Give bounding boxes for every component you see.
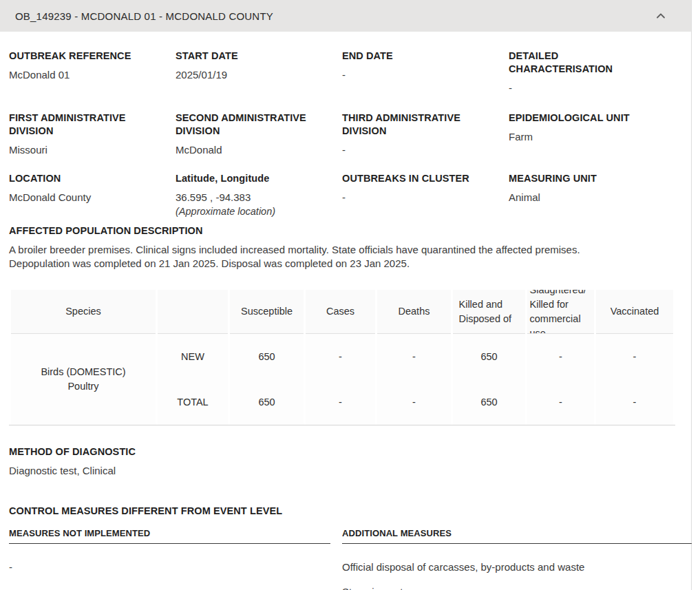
control-measures-section: CONTROL MEASURES DIFFERENT FROM EVENT LE…	[9, 504, 691, 590]
field-location: LOCATION McDonald County	[9, 172, 176, 218]
outbreak-accordion-header[interactable]: OB_149239 - MCDONALD 01 - MCDONALD COUNT…	[0, 0, 691, 32]
field-measuring-unit: MEASURING UNIT Animal	[509, 172, 675, 218]
row-type-label: TOTAL	[158, 379, 228, 425]
outbreak-accordion-title: OB_149239 - MCDONALD 01 - MCDONALD COUNT…	[15, 10, 655, 22]
field-epidemiological-unit: EPIDEMIOLOGICAL UNIT Farm	[509, 112, 675, 157]
field-second-admin-division: SECOND ADMINISTRATIVE DIVISION McDonald	[176, 112, 342, 157]
field-value: -	[342, 191, 495, 204]
field-third-admin-division: THIRD ADMINISTRATIVE DIVISION -	[342, 112, 509, 157]
measures-not-implemented-column: MEASURES NOT IMPLEMENTED -	[9, 527, 330, 590]
field-label: OUTBREAKS IN CLUSTER	[342, 172, 495, 185]
col-header-susceptible: Susceptible	[230, 290, 304, 334]
field-row-3: LOCATION McDonald County Latitude, Longi…	[9, 172, 691, 218]
field-value: -	[342, 143, 495, 157]
measure-item: Stamping out	[342, 585, 692, 590]
cell-killed: 650	[453, 334, 525, 379]
field-outbreak-reference: OUTBREAK REFERENCE McDonald 01	[9, 50, 176, 95]
method-of-diagnostic-value: Diagnostic test, Clinical	[9, 464, 632, 478]
field-row-2: FIRST ADMINISTRATIVE DIVISION Missouri S…	[9, 112, 691, 157]
cell-slaughtered: -	[527, 334, 594, 379]
col-header-slaughtered-commercial: Slaughtered/ Killed for commercial use	[527, 290, 594, 334]
field-end-date: END DATE -	[342, 50, 509, 95]
field-label: END DATE	[342, 50, 495, 63]
row-type-label: NEW	[158, 334, 228, 379]
measures-not-implemented-heading: MEASURES NOT IMPLEMENTED	[9, 527, 330, 544]
field-label: THIRD ADMINISTRATIVE DIVISION	[342, 112, 495, 138]
species-table-header-row: Species Susceptible Cases Deaths Killed …	[11, 290, 673, 334]
field-value: McDonald County	[9, 191, 162, 204]
species-quantities-table: Species Susceptible Cases Deaths Killed …	[9, 290, 675, 425]
col-header-species: Species	[11, 290, 156, 334]
field-value: McDonald 01	[9, 68, 162, 82]
cell-susceptible: 650	[230, 334, 304, 379]
col-header-deaths: Deaths	[377, 290, 451, 334]
field-value: -	[509, 81, 661, 95]
field-outbreaks-in-cluster: OUTBREAKS IN CLUSTER -	[342, 172, 509, 218]
field-detailed-characterisation: DETAILED CHARACTERISATION -	[509, 50, 675, 95]
cell-killed: 650	[453, 379, 525, 425]
field-value: Missouri	[9, 143, 162, 157]
species-name-cell: Birds (DOMESTIC) Poultry	[11, 334, 156, 425]
outbreak-detail-panel: OB_149239 - MCDONALD 01 - MCDONALD COUNT…	[0, 0, 692, 590]
field-label: OUTBREAK REFERENCE	[9, 50, 162, 63]
affected-population-heading: AFFECTED POPULATION DESCRIPTION	[9, 224, 691, 238]
field-value: Farm	[509, 130, 661, 144]
cell-susceptible: 650	[230, 379, 304, 425]
additional-measures-heading: ADDITIONAL MEASURES	[342, 527, 692, 544]
method-of-diagnostic-section: METHOD OF DIAGNOSTIC Diagnostic test, Cl…	[9, 445, 691, 478]
chevron-up-icon[interactable]	[655, 10, 666, 21]
field-value: 2025/01/19	[176, 68, 328, 82]
field-label: START DATE	[176, 50, 328, 63]
method-of-diagnostic-heading: METHOD OF DIAGNOSTIC	[9, 445, 691, 459]
species-name-line2: Poultry	[11, 379, 156, 394]
field-value: 36.595 , -94.383	[176, 191, 328, 204]
field-latitude-longitude: Latitude, Longitude 36.595 , -94.383 (Ap…	[176, 172, 342, 218]
field-label: DETAILED CHARACTERISATION	[509, 50, 661, 76]
field-row-1: OUTBREAK REFERENCE McDonald 01 START DAT…	[9, 50, 691, 95]
cell-vaccinated: -	[596, 334, 673, 379]
species-name-line1: Birds (DOMESTIC)	[11, 365, 156, 379]
cell-cases: -	[306, 334, 375, 379]
field-label: Latitude, Longitude	[176, 172, 328, 185]
field-value: Animal	[509, 191, 661, 204]
field-value: McDonald	[176, 143, 328, 157]
affected-population-text: A broiler breeder premises. Clinical sig…	[9, 243, 632, 271]
col-header-type	[158, 290, 228, 334]
col-header-killed-disposed: Killed and Disposed of	[453, 290, 525, 334]
field-value: -	[342, 68, 495, 82]
field-label: EPIDEMIOLOGICAL UNIT	[509, 112, 661, 125]
field-start-date: START DATE 2025/01/19	[176, 50, 342, 95]
measure-item: Official disposal of carcasses, by-produ…	[342, 560, 692, 574]
approximate-location-note: (Approximate location)	[176, 204, 328, 218]
cell-slaughtered: -	[527, 379, 594, 425]
additional-measures-column: ADDITIONAL MEASURES Official disposal of…	[342, 527, 692, 590]
measure-item: -	[9, 560, 330, 574]
table-row-new: Birds (DOMESTIC) Poultry NEW 650 - - 650…	[11, 334, 673, 379]
outbreak-content: OUTBREAK REFERENCE McDonald 01 START DAT…	[0, 32, 691, 590]
field-label: FIRST ADMINISTRATIVE DIVISION	[9, 112, 162, 138]
affected-population-section: AFFECTED POPULATION DESCRIPTION A broile…	[9, 224, 691, 271]
cell-deaths: -	[377, 379, 451, 425]
field-label: MEASURING UNIT	[509, 172, 661, 185]
cell-vaccinated: -	[596, 379, 673, 425]
field-label: SECOND ADMINISTRATIVE DIVISION	[176, 112, 328, 138]
col-header-vaccinated: Vaccinated	[596, 290, 673, 334]
control-measures-columns: MEASURES NOT IMPLEMENTED - ADDITIONAL ME…	[9, 527, 691, 590]
col-header-cases: Cases	[306, 290, 375, 334]
control-measures-heading: CONTROL MEASURES DIFFERENT FROM EVENT LE…	[9, 504, 691, 518]
cell-cases: -	[306, 379, 375, 425]
field-first-admin-division: FIRST ADMINISTRATIVE DIVISION Missouri	[9, 112, 176, 157]
cell-deaths: -	[377, 334, 451, 379]
field-label: LOCATION	[9, 172, 162, 185]
